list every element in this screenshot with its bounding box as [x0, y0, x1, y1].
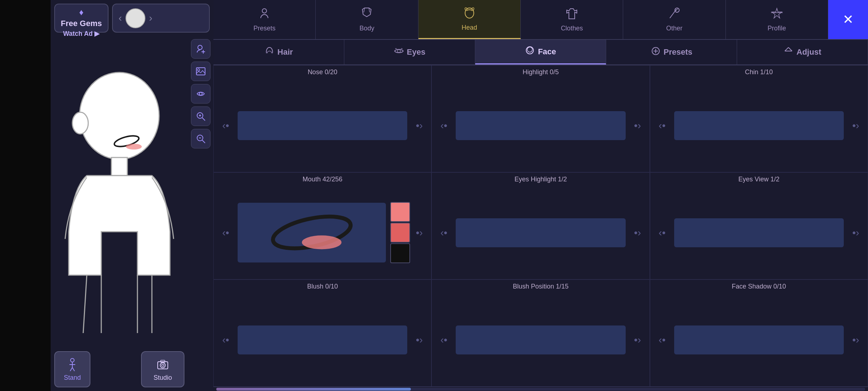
- hair-icon: [264, 46, 275, 59]
- tab-other[interactable]: Other: [623, 0, 726, 39]
- svg-rect-2: [111, 157, 127, 176]
- highlight-preview: [456, 111, 625, 140]
- sub-tab-adjust[interactable]: Adjust: [737, 40, 868, 64]
- face-shadow-preview: [674, 325, 844, 354]
- sub-tab-eyes[interactable]: Eyes: [344, 40, 475, 64]
- editor-grid: Nose 0/20 ‹• •› Highlight 0/5 ‹• •› Chin…: [213, 65, 868, 387]
- blush-position-cell: Blush Position 1/15 ‹• •›: [431, 279, 650, 387]
- blush-next-btn[interactable]: •›: [410, 331, 428, 349]
- eyes-tab-label: Eyes: [407, 47, 425, 57]
- blush-cell: Blush 0/10 ‹• •›: [213, 279, 431, 387]
- swatch-salmon[interactable]: [390, 223, 410, 243]
- eyes-highlight-next-btn[interactable]: •›: [629, 224, 647, 242]
- eyes-highlight-prev-btn[interactable]: ‹•: [435, 224, 453, 242]
- highlight-content: ‹• •›: [432, 79, 649, 172]
- bottom-bar: Stand Studio: [51, 351, 188, 387]
- sub-tab-face[interactable]: Face: [475, 40, 606, 64]
- gem-icon: ♦: [79, 7, 84, 17]
- blush-position-preview: [456, 325, 625, 354]
- nose-preview: [238, 111, 407, 140]
- stand-button[interactable]: Stand: [54, 351, 90, 387]
- eyes-view-label: Eyes View 1/2: [650, 173, 868, 186]
- studio-button[interactable]: Studio: [141, 351, 184, 387]
- head-tab-label: Head: [461, 24, 477, 31]
- face-icon: [525, 45, 535, 58]
- scroll-track: [216, 388, 865, 391]
- highlight-next-btn[interactable]: •›: [629, 117, 647, 135]
- face-shadow-label: Face Shadow 0/10: [650, 280, 868, 293]
- character-area: [51, 36, 188, 355]
- add-person-button[interactable]: [191, 39, 210, 59]
- svg-line-16: [202, 140, 205, 143]
- blush-position-content: ‹• •›: [432, 293, 649, 386]
- adjust-icon: [783, 46, 793, 59]
- chin-content: ‹• •›: [650, 79, 868, 172]
- character-svg: [51, 36, 188, 355]
- close-button[interactable]: ✕: [828, 0, 868, 39]
- svg-point-24: [160, 363, 165, 368]
- tab-clothes[interactable]: Clothes: [521, 0, 623, 39]
- tab-body[interactable]: Body: [316, 0, 418, 39]
- zoom-in-button[interactable]: [191, 106, 210, 126]
- chin-preview: [674, 111, 844, 140]
- nav-right-arrow[interactable]: ›: [149, 12, 152, 24]
- sub-tabs: Hair Eyes Face: [213, 40, 868, 65]
- svg-point-5: [198, 45, 202, 50]
- chin-cell: Chin 1/10 ‹• •›: [650, 65, 868, 172]
- svg-point-10: [199, 92, 202, 95]
- highlight-cell: Highlight 0/5 ‹• •›: [431, 65, 650, 172]
- svg-point-45: [302, 236, 341, 249]
- body-tab-icon: [360, 7, 373, 23]
- eyes-icon: [394, 46, 404, 59]
- eyes-view-next-btn[interactable]: •›: [847, 224, 865, 242]
- blush-pos-prev-btn[interactable]: ‹•: [435, 331, 453, 349]
- presets-tab-label: Presets: [254, 25, 276, 32]
- svg-point-9: [197, 69, 200, 71]
- eyes-highlight-preview: [456, 218, 625, 247]
- presets-tab-icon: [258, 7, 271, 23]
- eyes-highlight-content: ‹• •›: [432, 186, 649, 279]
- profile-tab-icon: [770, 7, 783, 23]
- swatch-black[interactable]: [390, 243, 410, 263]
- face-shadow-next-btn[interactable]: •›: [847, 331, 865, 349]
- eye-button[interactable]: [191, 84, 210, 104]
- nav-left-arrow[interactable]: ‹: [119, 12, 122, 24]
- other-tab-icon: [668, 7, 681, 23]
- clothes-tab-icon: [565, 7, 578, 23]
- left-panel: ♦ Free Gems Watch Ad ▶ ‹ ›: [0, 0, 213, 391]
- sub-tab-presets[interactable]: Presets: [606, 40, 737, 64]
- nav-bar: ‹ ›: [112, 4, 210, 33]
- tab-head[interactable]: Head: [418, 0, 521, 39]
- tab-presets[interactable]: Presets: [213, 0, 316, 39]
- face-shadow-content: ‹• •›: [650, 293, 868, 386]
- scroll-bar[interactable]: [213, 387, 868, 391]
- chin-prev-btn[interactable]: ‹•: [653, 117, 671, 135]
- tab-profile[interactable]: Profile: [726, 0, 828, 39]
- mouth-next-btn[interactable]: •›: [410, 224, 428, 242]
- free-gems-button[interactable]: ♦ Free Gems Watch Ad ▶: [54, 4, 109, 33]
- sub-tab-hair[interactable]: Hair: [213, 40, 344, 64]
- blush-content: ‹• •›: [214, 293, 431, 386]
- head-tab-icon: [463, 7, 476, 22]
- eyes-view-cell: Eyes View 1/2 ‹• •›: [650, 172, 868, 279]
- mouth-label: Mouth 42/256: [214, 173, 431, 186]
- hair-tab-label: Hair: [277, 47, 293, 57]
- mouth-prev-btn[interactable]: ‹•: [217, 224, 235, 242]
- face-shadow-prev-btn[interactable]: ‹•: [653, 331, 671, 349]
- svg-point-18: [71, 358, 74, 362]
- zoom-out-button[interactable]: [191, 129, 210, 148]
- nose-next-btn[interactable]: •›: [410, 117, 428, 135]
- right-toolbar: [188, 36, 213, 151]
- blush-prev-btn[interactable]: ‹•: [217, 331, 235, 349]
- image-button[interactable]: [191, 62, 210, 81]
- chin-next-btn[interactable]: •›: [847, 117, 865, 135]
- eyes-view-prev-btn[interactable]: ‹•: [653, 224, 671, 242]
- right-panel: Presets Body Head: [213, 0, 868, 391]
- nose-prev-btn[interactable]: ‹•: [217, 117, 235, 135]
- blush-pos-next-btn[interactable]: •›: [629, 331, 647, 349]
- highlight-prev-btn[interactable]: ‹•: [435, 117, 453, 135]
- svg-marker-33: [772, 8, 782, 18]
- chin-label: Chin 1/10: [650, 66, 868, 79]
- eyes-view-content: ‹• •›: [650, 186, 868, 279]
- swatch-pink[interactable]: [390, 202, 410, 222]
